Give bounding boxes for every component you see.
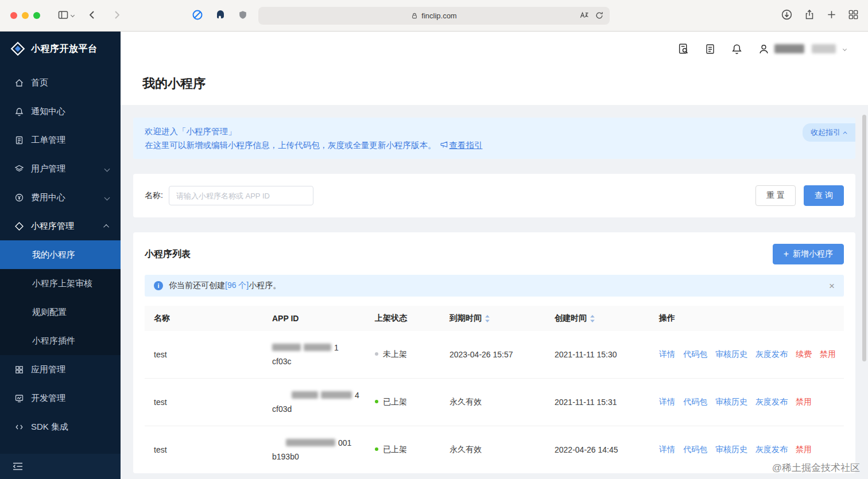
window-controls (10, 12, 40, 19)
action-review-history[interactable]: 审核历史 (715, 397, 747, 407)
quota-count: [96 个] (225, 281, 249, 290)
sidebar-item-miniprogram-management[interactable]: 小程序管理 (0, 212, 121, 240)
sidebar-item-sdk[interactable]: SDK 集成 (0, 412, 121, 441)
sidebar-subitem-plugins[interactable]: 小程序插件 (0, 326, 121, 355)
miniprogram-table: 名称 APP ID 上架状态 到期时间 创建时间 操作 (145, 306, 844, 473)
sidebar-item-billing[interactable]: 费用中心 (0, 183, 121, 212)
top-header (121, 32, 868, 66)
cell-appid: 4 cf03d (263, 388, 366, 416)
sidebar-item-users[interactable]: 用户管理 (0, 154, 121, 183)
action-review-history[interactable]: 审核历史 (715, 349, 747, 360)
action-code-package[interactable]: 代码包 (683, 445, 707, 455)
table-row: test 001 b193b0 已上架 永久有效 2022-04-26 14:4… (145, 426, 844, 473)
new-tab-icon[interactable] (826, 9, 837, 20)
action-gray-release[interactable]: 灰度发布 (755, 397, 788, 407)
logo-title: 小程序开放平台 (31, 43, 98, 55)
cell-expire: 永久有效 (440, 445, 545, 455)
cell-appid: 1 cf03c (263, 341, 366, 368)
sidebar-item-home[interactable]: 首页 (0, 68, 121, 97)
sidebar-collapse-button[interactable] (0, 454, 121, 479)
shield-extension-icon[interactable] (238, 9, 248, 21)
cell-created: 2022-04-26 14:45 (545, 445, 650, 454)
action-detail[interactable]: 详情 (659, 445, 675, 455)
sidebar-options-chevron-icon[interactable] (71, 13, 75, 17)
row-actions: 详情 代码包 审核历史 灰度发布 续费 禁用 (659, 349, 844, 360)
watermark: @稀土掘金技术社区 (772, 461, 860, 474)
tab-overview-icon[interactable] (848, 9, 859, 20)
cell-appid: 001 b193b0 (263, 436, 366, 464)
close-icon[interactable]: × (829, 281, 835, 291)
cell-expire: 2023-04-26 15:57 (440, 350, 545, 359)
action-disable[interactable]: 禁用 (796, 397, 812, 407)
share-icon[interactable] (804, 9, 815, 21)
close-window-button[interactable] (10, 12, 17, 19)
cell-created: 2021-11-11 15:30 (545, 350, 650, 359)
evernote-extension-icon[interactable] (215, 9, 226, 21)
action-disable[interactable]: 禁用 (796, 445, 812, 455)
action-code-package[interactable]: 代码包 (683, 397, 707, 407)
status-dot (375, 352, 378, 356)
back-icon[interactable] (87, 9, 98, 21)
url-text: finclip.com (421, 11, 456, 20)
chevron-down-icon (104, 166, 110, 172)
translate-icon[interactable] (579, 10, 589, 20)
action-gray-release[interactable]: 灰度发布 (755, 349, 788, 360)
cell-name: test (145, 445, 263, 454)
add-miniprogram-button[interactable]: + 新增小程序 (773, 244, 844, 264)
home-icon (14, 78, 24, 88)
form-list-icon[interactable] (704, 43, 716, 55)
view-guide-link[interactable]: 查看指引 (450, 141, 483, 150)
sidebar-item-development[interactable]: 开发管理 (0, 384, 121, 412)
action-detail[interactable]: 详情 (659, 397, 675, 407)
cell-name: test (145, 398, 263, 407)
sidebar-item-tickets[interactable]: 工单管理 (0, 126, 121, 154)
banner-line2: 在这里可以新增或编辑小程序信息，上传代码包，灰度或全量更新小程序版本。查看指引 (145, 138, 844, 152)
miniprogram-submenu: 我的小程序 小程序上架审核 规则配置 小程序插件 (0, 240, 121, 355)
blocker-extension-icon[interactable] (192, 9, 203, 21)
action-review-history[interactable]: 审核历史 (715, 445, 747, 455)
logo: 小程序开放平台 (0, 32, 121, 66)
reset-button[interactable]: 重 置 (755, 185, 796, 206)
status-dot (375, 447, 378, 451)
cell-expire: 永久有效 (440, 397, 545, 407)
chevron-down-icon (843, 46, 847, 50)
doc-search-icon[interactable] (677, 43, 689, 55)
layers-icon (14, 164, 24, 174)
user-menu[interactable] (758, 43, 846, 55)
blurred-username (774, 44, 804, 53)
scrollbar-thumb[interactable] (862, 115, 866, 361)
bell-icon (14, 107, 24, 116)
query-button[interactable]: 查 询 (804, 185, 844, 206)
collapse-guide-button[interactable]: 收起指引 (803, 123, 855, 142)
sort-icon[interactable] (590, 314, 595, 323)
sort-icon[interactable] (485, 314, 490, 323)
sidebar-subitem-rules[interactable]: 规则配置 (0, 298, 121, 326)
sidebar-subitem-my-miniprograms[interactable]: 我的小程序 (0, 240, 121, 269)
megaphone-icon (440, 141, 448, 149)
sidebar-item-apps[interactable]: 应用管理 (0, 355, 121, 384)
address-bar[interactable]: finclip.com (258, 7, 610, 25)
downloads-icon[interactable] (781, 9, 793, 21)
forward-icon[interactable] (111, 9, 122, 21)
sidebar: 小程序开放平台 首页 通知中心 工单管理 (0, 32, 121, 479)
reload-icon[interactable] (595, 11, 604, 20)
info-icon: i (154, 281, 163, 290)
minimize-window-button[interactable] (22, 12, 29, 19)
user-icon (758, 43, 770, 55)
sidebar-item-notifications[interactable]: 通知中心 (0, 97, 121, 126)
action-renew[interactable]: 续费 (796, 349, 812, 360)
sidebar-toggle-icon[interactable] (57, 9, 69, 21)
cell-status: 已上架 (366, 445, 440, 455)
action-detail[interactable]: 详情 (659, 349, 675, 360)
lock-icon (411, 12, 418, 20)
action-code-package[interactable]: 代码包 (683, 349, 707, 360)
coin-icon (14, 193, 24, 202)
name-search-input[interactable] (169, 186, 313, 205)
zoom-window-button[interactable] (33, 12, 40, 19)
row-actions: 详情 代码包 审核历史 灰度发布 禁用 (659, 445, 844, 455)
sidebar-subitem-review[interactable]: 小程序上架审核 (0, 269, 121, 298)
action-gray-release[interactable]: 灰度发布 (755, 445, 788, 455)
bell-icon[interactable] (731, 43, 743, 55)
plus-icon: + (784, 250, 789, 259)
action-disable[interactable]: 禁用 (820, 349, 836, 360)
